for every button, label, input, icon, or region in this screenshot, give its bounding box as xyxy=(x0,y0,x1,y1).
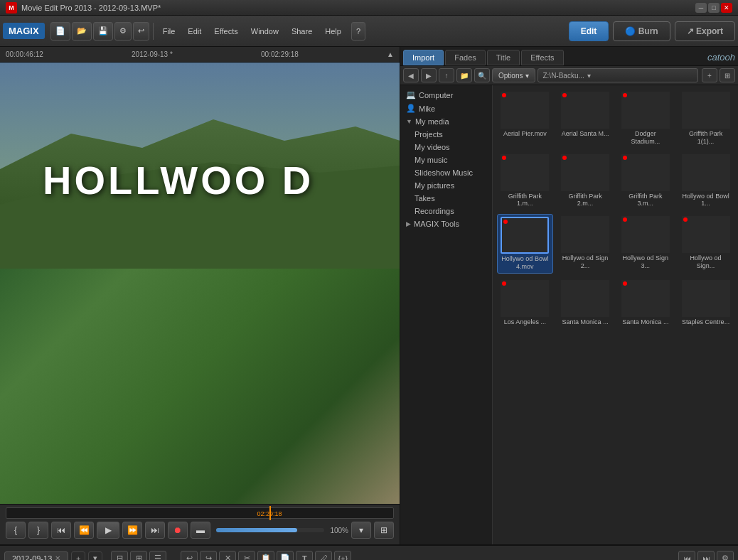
trim-in-button[interactable]: { xyxy=(6,522,26,539)
tab-title[interactable]: Title xyxy=(487,50,520,65)
file-thumbnail: 🎞 xyxy=(621,216,670,253)
record-button[interactable]: ⏺ xyxy=(168,522,188,539)
file-item-selected[interactable]: 🎞 Hollywo od Bowl 4.mov xyxy=(497,214,553,274)
timeline-tab-close[interactable]: ✕ xyxy=(55,554,60,560)
options-dropdown[interactable]: Options ▾ xyxy=(492,68,535,82)
tl-scissors[interactable]: ✂ xyxy=(238,551,255,561)
mode-edit-button[interactable]: Edit xyxy=(569,21,609,41)
file-name: Hollywo od Bowl 1... xyxy=(681,193,731,208)
nav-grid-button[interactable]: ⊞ xyxy=(720,68,735,82)
mode-export-button[interactable]: ↗ Export xyxy=(675,21,735,41)
file-item[interactable]: 🎞 Santa Monica ... xyxy=(618,278,674,328)
menu-edit[interactable]: Edit xyxy=(182,22,207,41)
menu-window[interactable]: Window xyxy=(245,22,284,41)
tl-view-grid[interactable]: ⊞ xyxy=(130,551,147,561)
tree-my-media[interactable]: ▼ My media xyxy=(400,115,492,128)
path-dropdown[interactable]: Z:\N-Backu... ▾ xyxy=(538,68,698,82)
file-item[interactable]: 🎞 Hollywo od Sign 2... xyxy=(557,214,614,274)
tl-snap[interactable]: {+} xyxy=(334,551,351,561)
trim-out-button[interactable]: } xyxy=(28,522,48,539)
toolbar-help-icon[interactable]: ? xyxy=(351,22,365,41)
file-item[interactable]: 🎞 Hollywo od Sign... xyxy=(678,214,734,274)
tree-my-music[interactable]: My music xyxy=(400,154,492,166)
toolbar-save[interactable]: 💾 xyxy=(93,22,113,41)
tree-my-pictures[interactable]: My pictures xyxy=(400,179,492,192)
play-button[interactable]: ▶ xyxy=(97,522,119,539)
menu-effects[interactable]: Effects xyxy=(208,22,243,41)
preview-time-marker: 02:29:18 xyxy=(257,510,282,517)
volume-bar[interactable] xyxy=(216,528,324,532)
timeline-edit-tools: ↩ ↪ ✕ ✂ 📋 📄 T 🖊 {+} xyxy=(181,551,351,561)
tab-import[interactable]: Import xyxy=(403,50,444,65)
file-item[interactable]: 🎞 Staples Centre... xyxy=(678,278,734,328)
add-tab-button[interactable]: + xyxy=(71,551,85,561)
file-item[interactable]: 🎞 Aerial Santa M... xyxy=(557,90,614,148)
tree-takes[interactable]: Takes xyxy=(400,192,492,205)
zoom-options-button[interactable]: ▾ xyxy=(351,522,371,539)
tree-slideshow-music[interactable]: Slideshow Music xyxy=(400,166,492,179)
aspect-ratio-button[interactable]: ⊞ xyxy=(374,522,394,539)
tl-undo[interactable]: ↩ xyxy=(181,551,198,561)
app-icon: M xyxy=(6,2,17,14)
tl-undo-arrow[interactable]: ↪ xyxy=(200,551,217,561)
tl-settings[interactable]: ⚙ xyxy=(717,551,734,561)
file-item[interactable]: 🎞 Griffith Park 3.m... xyxy=(618,152,674,210)
close-button[interactable]: ✕ xyxy=(721,3,732,13)
file-item[interactable]: 🎞 Los Angeles ... xyxy=(497,278,553,328)
file-thumbnail: 🎞 xyxy=(501,154,549,191)
tl-delete[interactable]: ✕ xyxy=(219,551,236,561)
tl-view-storyboard[interactable]: ⊟ xyxy=(111,551,128,561)
tree-projects[interactable]: Projects xyxy=(400,128,492,141)
tab-fades[interactable]: Fades xyxy=(445,50,486,65)
tl-next-clip[interactable]: ⏭ xyxy=(697,551,715,561)
nav-up-button[interactable]: ↑ xyxy=(439,68,454,82)
file-item[interactable]: 🎞 Santa Monica ... xyxy=(557,278,614,328)
tree-recordings[interactable]: Recordings xyxy=(400,205,492,217)
prev-frame-button[interactable]: ⏮ xyxy=(51,522,71,539)
tab-dropdown-button[interactable]: ▾ xyxy=(88,551,102,561)
file-item[interactable]: 🎞 Hollywo od Sign 3... xyxy=(618,214,674,274)
app-title: Movie Edit Pro 2013 - 2012-09-13.MVP* xyxy=(21,4,695,12)
menu-share[interactable]: Share xyxy=(286,22,318,41)
tree-computer[interactable]: 💻 Computer xyxy=(400,88,492,102)
file-item[interactable]: 🎞 Hollywo od Bowl 1... xyxy=(678,152,734,210)
nav-back-button[interactable]: ◀ xyxy=(403,68,419,82)
tl-paste[interactable]: 📄 xyxy=(277,551,294,561)
file-item[interactable]: 🎞 Aerial Pier.mov xyxy=(497,90,553,148)
nav-search-button[interactable]: 🔍 xyxy=(474,68,490,82)
snapshot-button[interactable]: ▬ xyxy=(191,522,210,539)
next-button[interactable]: ⏩ xyxy=(122,522,142,539)
file-item[interactable]: 🎞 Dodger Stadium... xyxy=(618,90,674,148)
tree-my-videos[interactable]: My videos xyxy=(400,141,492,154)
prev-button[interactable]: ⏪ xyxy=(74,522,94,539)
tree-mike[interactable]: 👤 Mike xyxy=(400,102,492,115)
timeline-tab[interactable]: 2012-09-13 ✕ xyxy=(4,551,68,561)
nav-plus-button[interactable]: + xyxy=(702,68,717,82)
preview-timeline-bar[interactable]: 02:29:18 xyxy=(6,507,394,519)
tl-brush[interactable]: 🖊 xyxy=(315,551,332,561)
file-item[interactable]: 🎞 Griffith Park 1.m... xyxy=(497,152,553,210)
file-item[interactable]: 🎞 Griffith Park 2.m... xyxy=(557,152,614,210)
tl-copy[interactable]: 📋 xyxy=(257,551,274,561)
media-toolbar: ◀ ▶ ↑ 📁 🔍 Options ▾ Z:\N-Backu... ▾ + ⊞ xyxy=(400,66,738,85)
tl-text[interactable]: T xyxy=(296,551,313,561)
mode-burn-button[interactable]: 🔵 Burn xyxy=(613,21,670,41)
minimize-button[interactable]: ─ xyxy=(695,3,707,13)
tree-magix-tools[interactable]: ▶ MAGIX Tools xyxy=(400,217,492,230)
preview-collapse[interactable]: ▲ xyxy=(387,50,394,58)
tl-prev-clip[interactable]: ⏮ xyxy=(678,551,695,561)
file-item[interactable]: 🎞 Griffith Park 1(1)... xyxy=(678,90,734,148)
file-grid-container[interactable]: 🎞 Aerial Pier.mov 🎞 Aerial Santa M... xyxy=(493,85,738,544)
nav-forward-button[interactable]: ▶ xyxy=(421,68,437,82)
maximize-button[interactable]: □ xyxy=(708,3,720,13)
toolbar-new[interactable]: 📄 xyxy=(50,22,70,41)
tab-effects[interactable]: Effects xyxy=(521,50,563,65)
toolbar-undo[interactable]: ↩ xyxy=(133,22,149,41)
tl-view-list[interactable]: ☰ xyxy=(149,551,166,561)
menu-help[interactable]: Help xyxy=(319,22,347,41)
nav-folder-button[interactable]: 📁 xyxy=(456,68,472,82)
toolbar-settings[interactable]: ⚙ xyxy=(114,22,132,41)
menu-file[interactable]: File xyxy=(157,22,181,41)
next-frame-button[interactable]: ⏭ xyxy=(145,522,165,539)
toolbar-open[interactable]: 📂 xyxy=(72,22,92,41)
